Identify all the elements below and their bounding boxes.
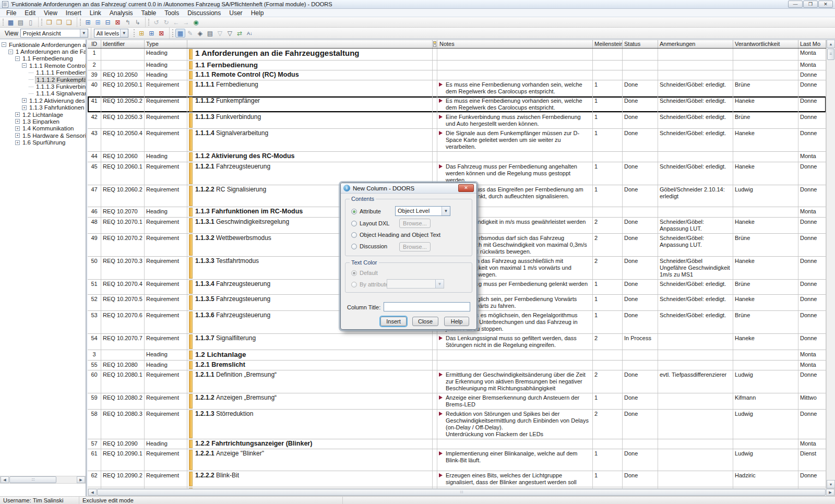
restore-button[interactable]: ❐ — [803, 1, 818, 8]
table-row[interactable]: 58REQ 10.2080.3Requirement1.2.1.3 Större… — [88, 410, 826, 439]
browse-discussion-button[interactable]: Browse... — [399, 242, 431, 251]
col-header-last-modified[interactable]: Last Mo — [798, 40, 826, 48]
table-row[interactable]: 59REQ 10.2080.2Requirement1.2.1.2 Anzeig… — [88, 393, 826, 410]
menu-table[interactable]: Table — [137, 9, 161, 17]
outdent-object-icon[interactable]: ↰ — [123, 18, 133, 27]
filter-icon[interactable]: ▽ — [215, 29, 225, 38]
tree-item[interactable]: 1.1.1.1 Fernbedienu — [0, 69, 86, 76]
discussion-radio[interactable]: Discussion — [351, 243, 387, 249]
table-row[interactable]: 45REQ 10.2060.1Requirement1.1.2.1 Fahrze… — [88, 162, 826, 185]
insert-object-icon[interactable]: ⊞ — [83, 18, 93, 27]
tree-item[interactable]: +1.4 Kommunikation — [0, 125, 86, 132]
browse-dxl-button[interactable]: Browse... — [399, 219, 431, 228]
add-column-icon[interactable]: ⊞ — [147, 29, 157, 38]
tree-scroll-thumb[interactable] — [9, 476, 56, 483]
table-row[interactable]: 1Heading1 Anforderungen an die Fahrzeugg… — [88, 49, 826, 61]
open-module-icon[interactable]: ❑ — [64, 18, 74, 27]
layout-dxl-radio[interactable]: Layout DXL — [351, 220, 389, 226]
delete-column-icon[interactable]: ⊠ — [157, 29, 166, 38]
col-header-lock[interactable] — [433, 40, 437, 48]
minimize-button[interactable]: — — [788, 1, 803, 8]
menu-view[interactable]: View — [40, 9, 62, 17]
help-button[interactable]: Help — [444, 317, 469, 326]
col-header-verantwortlichkeit[interactable]: Verantwortlichkeit — [733, 40, 798, 48]
scroll-up-icon[interactable]: ▲ — [827, 40, 835, 48]
col-header-id[interactable]: ID — [88, 40, 101, 48]
edit-filter-icon[interactable]: ✎ — [185, 29, 195, 38]
collapse-icon[interactable]: − — [8, 50, 13, 54]
expand-icon[interactable]: + — [15, 140, 20, 145]
menu-link[interactable]: Link — [86, 9, 105, 17]
menu-discussions[interactable]: Discussions — [183, 9, 225, 17]
by-attribute-combobox[interactable]: ▼ — [387, 279, 444, 289]
tree-item[interactable]: −1.1 Fernbedienung — [0, 55, 86, 62]
close-dialog-button[interactable]: Close — [412, 317, 438, 326]
object-heading-text-radio[interactable]: Object Heading and Object Text — [351, 232, 440, 238]
tree-item[interactable]: 1.1.1.4 Signalverarb — [0, 90, 86, 97]
scroll-right-icon[interactable]: ▶ — [826, 489, 834, 496]
collapse-icon[interactable]: − — [22, 63, 27, 68]
attribute-combobox[interactable]: Object Level ▼ — [395, 206, 450, 216]
tree-item[interactable]: +1.1.2 Aktivierung des R( — [0, 97, 86, 104]
dialog-close-button[interactable]: ✕ — [458, 184, 474, 192]
copy-object-icon[interactable]: ⊟ — [103, 18, 113, 27]
menu-analysis[interactable]: Analysis — [105, 9, 137, 17]
links-view-icon[interactable]: ◈ — [195, 29, 205, 38]
start-link-icon[interactable]: ↺ — [151, 18, 161, 27]
menu-insert[interactable]: Insert — [62, 9, 86, 17]
scroll-left-icon[interactable]: ◀ — [88, 489, 97, 496]
scroll-down-icon[interactable]: ▼ — [827, 480, 835, 488]
expand-icon[interactable]: + — [15, 126, 20, 131]
col-header-notes[interactable]: Notes — [437, 40, 593, 48]
column-title-input[interactable] — [384, 302, 470, 311]
expand-icon[interactable]: + — [15, 112, 20, 117]
menu-help[interactable]: Help — [247, 9, 268, 17]
tree-item[interactable]: −1.1.1 Remote Control (R — [0, 62, 86, 69]
table-row[interactable]: 54REQ 10.2070.7Requirement1.1.3.7 Signal… — [88, 334, 826, 350]
expand-icon[interactable]: + — [22, 98, 27, 103]
tree-item[interactable]: +1.5 Hardware & Sensorik — [0, 132, 86, 139]
sort-icon[interactable]: A↓ — [245, 29, 255, 38]
clear-link-icon[interactable]: ↻ — [161, 18, 171, 27]
report-icon[interactable]: ▤ — [205, 29, 215, 38]
col-header-main[interactable] — [187, 40, 433, 48]
col-header-type[interactable]: Type — [145, 40, 187, 48]
col-header-identifier[interactable]: Identifier — [101, 40, 145, 48]
tree-horizontal-scrollbar[interactable]: ◀ ▶ — [0, 476, 86, 484]
by-attribute-radio[interactable]: By attribute — [351, 281, 389, 287]
advanced-filter-icon[interactable]: ▽ — [225, 29, 235, 38]
col-header-anmerkungen[interactable]: Anmerkungen — [658, 40, 733, 48]
link-in-icon[interactable]: ← — [171, 18, 181, 27]
table-row[interactable]: 57REQ 10.2090Heading1.2.2 Fahrtrichtungs… — [88, 439, 826, 449]
close-button[interactable]: ✕ — [818, 1, 833, 8]
tree-item[interactable]: +1.6 Spurführung — [0, 139, 86, 146]
table-row[interactable]: 60REQ 10.2080.1Requirement1.2.1.1 Defini… — [88, 370, 826, 393]
table-horizontal-scrollbar[interactable]: ◀ ▶ — [88, 488, 835, 496]
table-row[interactable]: 41REQ 10.2050.2Requirement1.1.1.2 Funkem… — [88, 97, 826, 113]
tree-item[interactable]: 1.1.1.3 Funkverbind — [0, 83, 86, 90]
expand-icon[interactable]: + — [15, 119, 20, 124]
tree-item[interactable]: −Funktionale Anforderungen an das F — [0, 41, 86, 48]
menu-edit[interactable]: Edit — [20, 9, 40, 17]
compare-icon[interactable]: ⇄ — [235, 29, 245, 38]
new-page-icon[interactable]: ▯ — [26, 18, 35, 27]
tree-item[interactable]: +1.3 Einparken — [0, 118, 86, 125]
tree-item[interactable]: −1 Anforderungen an die Fahrzeu — [0, 48, 86, 55]
table-row[interactable]: 2Heading1.1 FernbedienungMonta — [88, 61, 826, 70]
scroll-right-icon[interactable]: ▶ — [77, 476, 85, 483]
view-combobox[interactable]: Projekt Ansicht ▼ — [20, 29, 88, 38]
table-row[interactable]: 44REQ 10.2060Heading1.1.2 Aktivierung de… — [88, 152, 826, 162]
table-vscroll-thumb[interactable]: ≡ — [827, 49, 834, 60]
table-properties-icon[interactable]: ▦ — [175, 29, 185, 38]
collapse-icon[interactable]: − — [15, 56, 20, 61]
levels-combobox[interactable]: All levels ▼ — [94, 29, 128, 38]
table-row[interactable]: 40REQ 10.2050.1Requirement1.1.1.1 Fernbe… — [88, 80, 826, 97]
table-scroll-thumb[interactable] — [97, 489, 826, 496]
default-color-radio[interactable]: Default — [351, 270, 378, 276]
tree-item[interactable]: +1.2 Lichtanlage — [0, 111, 86, 118]
col-header-status[interactable]: Status — [623, 40, 658, 48]
table-row[interactable]: 55REQ 10.2080Heading1.2.1 BremslichtMont… — [88, 361, 826, 370]
create-module-icon[interactable]: ❒ — [44, 18, 54, 27]
menu-user[interactable]: User — [225, 9, 246, 17]
insert-object-below-icon[interactable]: ⊞ — [93, 18, 103, 27]
